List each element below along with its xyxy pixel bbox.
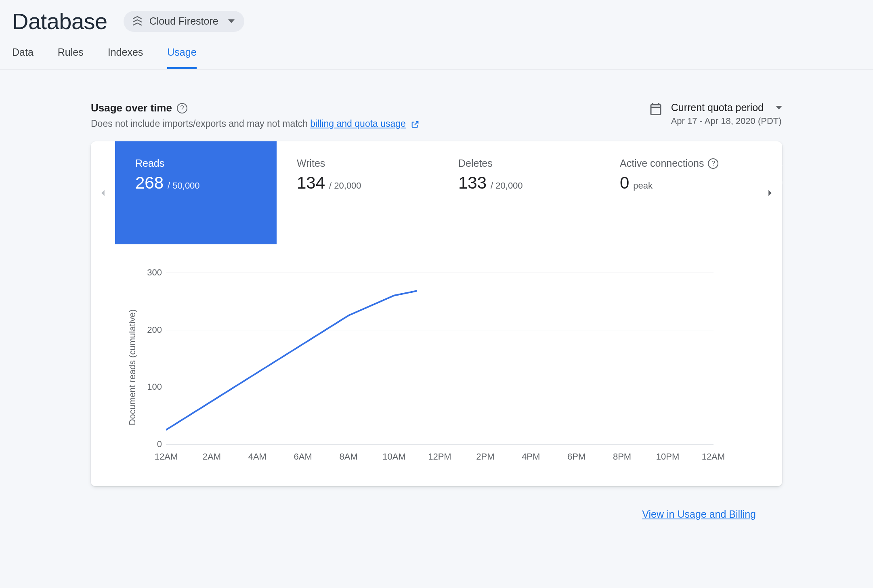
usage-title: Usage over time — [91, 102, 172, 114]
metric-name: Deletes — [458, 158, 588, 169]
metric-quota: / 50,000 — [168, 181, 200, 191]
period-label: Current quota period — [671, 102, 764, 113]
usage-card: Reads268/ 50,000Writes134/ 20,000Deletes… — [91, 141, 782, 486]
x-tick: 4PM — [531, 452, 531, 462]
x-tick: 12AM — [713, 452, 714, 462]
metric-name: Reads — [135, 158, 264, 169]
help-icon[interactable]: ? — [177, 103, 187, 113]
y-tick: 100 — [140, 382, 162, 392]
x-tick: 12AM — [166, 452, 166, 462]
x-tick: 10AM — [394, 452, 395, 462]
metric-name: Writes — [297, 158, 426, 169]
y-tick: 300 — [140, 267, 162, 278]
chevron-down-icon — [776, 106, 782, 109]
calendar-icon — [648, 102, 663, 116]
chart-y-axis-label: Document reads (cumulative) — [127, 309, 138, 425]
x-tick: 4AM — [257, 452, 258, 462]
x-tick: 2AM — [212, 452, 212, 462]
x-tick: 6AM — [303, 452, 303, 462]
database-selector[interactable]: Cloud Firestore — [124, 11, 244, 32]
view-usage-billing-link[interactable]: View in Usage and Billing — [642, 508, 756, 520]
metric-value: 134 — [297, 173, 325, 193]
metrics-next-button[interactable] — [762, 185, 778, 201]
metric-value: 0 — [620, 173, 629, 193]
metric-value: 0 — [781, 173, 782, 193]
period-picker[interactable]: Current quota period Apr 17 - Apr 18, 20… — [648, 102, 782, 126]
metric-value: 133 — [458, 173, 487, 193]
x-tick: 12PM — [439, 452, 440, 462]
metric-tile-reads[interactable]: Reads268/ 50,000 — [115, 141, 277, 244]
tab-rules[interactable]: Rules — [58, 46, 84, 69]
help-icon[interactable]: ? — [708, 158, 718, 169]
x-tick: 2PM — [485, 452, 485, 462]
page-title: Database — [12, 8, 107, 34]
metric-tile-active-connections[interactable]: Active connections?0peak — [600, 141, 761, 244]
period-date-range: Apr 17 - Apr 18, 2020 (PDT) — [671, 116, 782, 126]
y-tick: 0 — [140, 439, 162, 449]
metric-quota: / 20,000 — [491, 181, 523, 191]
metrics-prev-button[interactable] — [95, 185, 111, 201]
x-tick: 8PM — [622, 452, 622, 462]
metric-name: Active connections? — [620, 158, 749, 169]
chevron-down-icon — [228, 19, 235, 23]
y-tick: 200 — [140, 325, 162, 335]
metric-quota: / 20,000 — [329, 181, 361, 191]
tab-usage[interactable]: Usage — [167, 46, 196, 69]
metric-quota: peak — [633, 181, 653, 191]
usage-subtitle-text: Does not include imports/exports and may… — [91, 118, 310, 129]
metric-tile-deletes[interactable]: Deletes133/ 20,000 — [438, 141, 600, 244]
tab-data[interactable]: Data — [12, 46, 34, 69]
database-selector-label: Cloud Firestore — [149, 15, 218, 27]
metric-value: 268 — [135, 173, 164, 193]
metric-tile-writes[interactable]: Writes134/ 20,000 — [277, 141, 438, 244]
chart-line — [166, 291, 417, 430]
metric-name: Snapshot listeners — [781, 158, 782, 169]
tabs: Data Rules Indexes Usage — [0, 34, 873, 69]
x-tick: 10PM — [667, 452, 668, 462]
chart-plot: 0100200300 — [166, 273, 714, 444]
grid-line — [166, 444, 714, 445]
external-link-icon — [411, 120, 420, 129]
firestore-icon — [131, 15, 144, 28]
x-tick: 8AM — [348, 452, 349, 462]
usage-subtitle: Does not include imports/exports and may… — [91, 118, 420, 129]
x-tick: 6PM — [576, 452, 577, 462]
billing-quota-link[interactable]: billing and quota usage — [310, 118, 406, 129]
tab-indexes[interactable]: Indexes — [108, 46, 143, 69]
